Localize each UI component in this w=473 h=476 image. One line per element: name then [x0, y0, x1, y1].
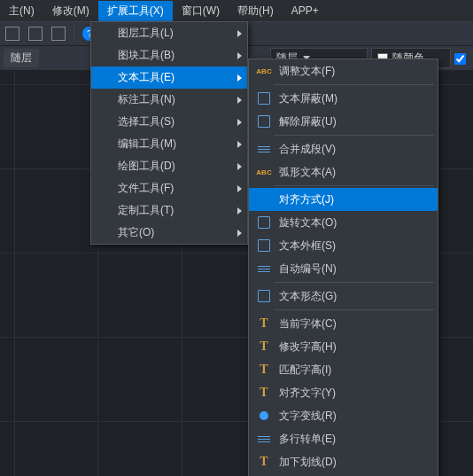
lines-icon — [256, 261, 272, 277]
submenu-item-label: 匹配字高(I) — [279, 363, 331, 378]
menu-extended-tools[interactable]: 扩展工具(X) — [98, 1, 173, 21]
menu-modify[interactable]: 修改(M) — [43, 1, 98, 21]
menu-item-8[interactable]: 定制工具(T) — [91, 199, 247, 222]
abc-icon: ABC — [256, 164, 272, 180]
submenu-item-16[interactable]: T修改字高(H) — [249, 335, 438, 358]
divider — [274, 309, 434, 310]
box-icon — [256, 288, 272, 304]
submenu-item-21[interactable]: T加下划线(D) — [249, 450, 438, 473]
chevron-right-icon — [237, 30, 242, 37]
extended-tools-menu: 图层工具(L)图块工具(B)文本工具(E)标注工具(N)选择工具(S)编辑工具(… — [90, 21, 248, 245]
menu-app-plus[interactable]: APP+ — [283, 2, 328, 20]
boxfill-icon — [256, 191, 272, 207]
menu-item-2[interactable]: 文本工具(E) — [91, 66, 247, 89]
submenu-item-label: 加下划线(D) — [279, 455, 337, 470]
submenu-item-label: 文本形态(G) — [279, 289, 337, 304]
t-icon: T — [256, 385, 272, 401]
menu-item-label: 图块工具(B) — [118, 48, 174, 63]
submenu-item-11[interactable]: 自动编号(N) — [249, 257, 438, 280]
menu-item-0[interactable]: 图层工具(L) — [91, 22, 247, 44]
menu-item-label: 选择工具(S) — [118, 114, 174, 129]
submenu-item-15[interactable]: T当前字体(C) — [249, 312, 438, 335]
chevron-right-icon — [237, 119, 242, 126]
submenu-item-8[interactable]: 对齐方式(J) — [249, 188, 438, 211]
submenu-item-label: 对齐文字(Y) — [279, 386, 336, 401]
submenu-item-10[interactable]: 文本外框(S) — [249, 234, 438, 257]
divider — [274, 282, 434, 283]
submenu-item-19[interactable]: 文字变线(R) — [249, 404, 438, 427]
submenu-item-17[interactable]: T匹配字高(I) — [249, 358, 438, 381]
abc-icon: ABC — [256, 63, 272, 79]
chevron-right-icon — [237, 141, 242, 148]
submenu-item-5[interactable]: 合并成段(V) — [249, 137, 438, 160]
t-icon: T — [256, 316, 272, 332]
submenu-item-3[interactable]: 解除屏蔽(U) — [249, 110, 438, 133]
menu-item-4[interactable]: 选择工具(S) — [91, 111, 247, 133]
t-icon: T — [256, 454, 272, 470]
menu-item-label: 绘图工具(D) — [118, 159, 175, 174]
submenu-item-6[interactable]: ABC弧形文本(A) — [249, 160, 438, 183]
submenu-item-label: 旋转文本(O) — [279, 215, 337, 230]
chevron-right-icon — [237, 230, 242, 237]
submenu-item-20[interactable]: 多行转单(E) — [249, 427, 438, 450]
menu-item-label: 图层工具(L) — [118, 26, 174, 41]
menu-main[interactable]: 主(N) — [0, 1, 43, 21]
text-tools-submenu: ABC调整文本(F)文本屏蔽(M)解除屏蔽(U)合并成段(V)ABC弧形文本(A… — [248, 59, 438, 476]
menu-help[interactable]: 帮助(H) — [229, 1, 283, 21]
submenu-item-label: 调整文本(F) — [279, 64, 335, 79]
submenu-item-label: 解除屏蔽(U) — [279, 114, 337, 129]
chevron-right-icon — [237, 52, 242, 59]
box-icon — [256, 90, 272, 106]
chevron-right-icon — [237, 97, 242, 104]
box-icon — [256, 215, 272, 230]
submenu-item-label: 当前字体(C) — [279, 316, 337, 332]
tool-button-3[interactable] — [48, 23, 69, 44]
grid-icon — [5, 27, 19, 41]
divider — [274, 84, 434, 85]
submenu-item-0[interactable]: ABC调整文本(F) — [249, 59, 438, 82]
chevron-right-icon — [237, 74, 242, 82]
chevron-right-icon — [237, 163, 242, 170]
submenu-item-9[interactable]: 旋转文本(O) — [249, 211, 438, 234]
grid-icon — [51, 27, 66, 41]
menu-item-7[interactable]: 文件工具(F) — [91, 177, 247, 199]
menu-bar: 主(N) 修改(M) 扩展工具(X) 窗口(W) 帮助(H) APP+ — [0, 0, 473, 21]
tool-button-1[interactable] — [2, 23, 23, 44]
menu-window[interactable]: 窗口(W) — [173, 1, 229, 21]
chevron-right-icon — [237, 207, 242, 215]
lines-icon — [256, 141, 272, 157]
menu-item-6[interactable]: 绘图工具(D) — [91, 155, 247, 177]
menu-item-label: 编辑工具(M) — [118, 137, 176, 152]
menu-item-5[interactable]: 编辑工具(M) — [91, 133, 247, 155]
lines-icon — [256, 431, 272, 447]
submenu-item-label: 弧形文本(A) — [279, 165, 336, 180]
box-icon — [256, 238, 272, 254]
submenu-item-2[interactable]: 文本屏蔽(M) — [249, 87, 438, 110]
chevron-right-icon — [237, 185, 242, 192]
submenu-item-label: 文本屏蔽(M) — [279, 91, 337, 106]
submenu-item-label: 多行转单(E) — [279, 432, 336, 447]
checkbox[interactable] — [454, 51, 466, 64]
t-icon: T — [256, 339, 272, 355]
menu-item-label: 其它(O) — [118, 225, 154, 240]
submenu-item-label: 文本外框(S) — [279, 238, 336, 254]
menu-item-label: 标注工具(N) — [118, 92, 175, 107]
menu-item-label: 文本工具(E) — [118, 70, 174, 85]
layer-chip[interactable]: 随层 — [4, 49, 39, 67]
grid-icon — [28, 27, 43, 41]
box-icon — [256, 113, 272, 129]
submenu-item-label: 文字变线(R) — [279, 409, 337, 424]
menu-item-3[interactable]: 标注工具(N) — [91, 89, 247, 111]
menu-item-1[interactable]: 图块工具(B) — [91, 44, 247, 66]
submenu-item-18[interactable]: T对齐文字(Y) — [249, 381, 438, 404]
submenu-item-label: 合并成段(V) — [279, 142, 336, 157]
dot-icon — [256, 408, 272, 424]
separator — [74, 25, 74, 43]
t-icon: T — [256, 362, 272, 378]
menu-item-9[interactable]: 其它(O) — [91, 222, 247, 244]
submenu-item-13[interactable]: 文本形态(G) — [249, 285, 438, 308]
divider — [274, 185, 434, 186]
tool-button-2[interactable] — [25, 23, 46, 44]
submenu-item-label: 自动编号(N) — [279, 261, 337, 277]
divider — [274, 135, 434, 136]
